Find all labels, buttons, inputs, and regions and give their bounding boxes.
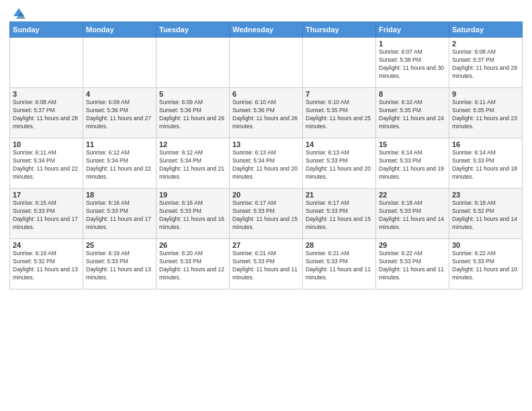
- calendar-cell: 8Sunrise: 6:10 AM Sunset: 5:35 PM Daylig…: [376, 88, 449, 138]
- day-info: Sunrise: 6:09 AM Sunset: 5:36 PM Dayligh…: [159, 99, 226, 131]
- weekday-header-wednesday: Wednesday: [230, 22, 303, 38]
- day-number: 23: [452, 191, 519, 199]
- day-info: Sunrise: 6:11 AM Sunset: 5:34 PM Dayligh…: [13, 149, 80, 181]
- calendar-cell: 3Sunrise: 6:08 AM Sunset: 5:37 PM Daylig…: [10, 88, 83, 138]
- calendar-cell: 23Sunrise: 6:18 AM Sunset: 5:32 PM Dayli…: [449, 189, 523, 239]
- day-number: 1: [379, 40, 446, 48]
- day-info: Sunrise: 6:08 AM Sunset: 5:37 PM Dayligh…: [452, 48, 519, 81]
- calendar-cell: 5Sunrise: 6:09 AM Sunset: 5:36 PM Daylig…: [157, 88, 230, 138]
- day-number: 4: [86, 90, 153, 98]
- calendar-cell: 1Sunrise: 6:07 AM Sunset: 5:38 PM Daylig…: [376, 38, 449, 88]
- weekday-header-row: SundayMondayTuesdayWednesdayThursdayFrid…: [10, 22, 523, 38]
- calendar-cell: 26Sunrise: 6:20 AM Sunset: 5:33 PM Dayli…: [157, 239, 230, 289]
- day-info: Sunrise: 6:14 AM Sunset: 5:33 PM Dayligh…: [452, 149, 519, 181]
- week-row-4: 17Sunrise: 6:15 AM Sunset: 5:33 PM Dayli…: [10, 189, 523, 239]
- header: [9, 7, 523, 17]
- calendar-cell: 14Sunrise: 6:13 AM Sunset: 5:33 PM Dayli…: [303, 138, 376, 189]
- day-info: Sunrise: 6:21 AM Sunset: 5:33 PM Dayligh…: [306, 250, 373, 282]
- day-info: Sunrise: 6:20 AM Sunset: 5:33 PM Dayligh…: [159, 250, 226, 282]
- day-number: 27: [232, 241, 300, 249]
- day-number: 13: [232, 140, 300, 148]
- day-info: Sunrise: 6:17 AM Sunset: 5:33 PM Dayligh…: [306, 199, 373, 232]
- day-info: Sunrise: 6:14 AM Sunset: 5:33 PM Dayligh…: [379, 149, 446, 181]
- day-info: Sunrise: 6:19 AM Sunset: 5:32 PM Dayligh…: [13, 250, 80, 282]
- day-info: Sunrise: 6:16 AM Sunset: 5:33 PM Dayligh…: [159, 199, 226, 232]
- calendar-cell: 12Sunrise: 6:12 AM Sunset: 5:34 PM Dayli…: [157, 138, 230, 189]
- day-info: Sunrise: 6:09 AM Sunset: 5:36 PM Dayligh…: [86, 99, 153, 131]
- day-number: 18: [86, 191, 153, 199]
- logo: [9, 7, 27, 20]
- calendar-cell: 20Sunrise: 6:17 AM Sunset: 5:33 PM Dayli…: [230, 189, 303, 239]
- day-number: 28: [306, 241, 373, 249]
- week-row-1: 1Sunrise: 6:07 AM Sunset: 5:38 PM Daylig…: [10, 38, 523, 88]
- weekday-header-monday: Monday: [83, 22, 157, 38]
- calendar-cell: 28Sunrise: 6:21 AM Sunset: 5:33 PM Dayli…: [303, 239, 376, 289]
- calendar-cell: [230, 38, 303, 88]
- day-info: Sunrise: 6:15 AM Sunset: 5:33 PM Dayligh…: [13, 199, 80, 232]
- calendar-cell: 6Sunrise: 6:10 AM Sunset: 5:36 PM Daylig…: [230, 88, 303, 138]
- calendar-cell: 21Sunrise: 6:17 AM Sunset: 5:33 PM Dayli…: [303, 189, 376, 239]
- day-number: 10: [13, 140, 80, 148]
- calendar-cell: 16Sunrise: 6:14 AM Sunset: 5:33 PM Dayli…: [449, 138, 523, 189]
- day-number: 25: [86, 241, 153, 249]
- calendar-table: SundayMondayTuesdayWednesdayThursdayFrid…: [9, 21, 523, 289]
- calendar-cell: 24Sunrise: 6:19 AM Sunset: 5:32 PM Dayli…: [10, 239, 83, 289]
- day-number: 20: [232, 191, 300, 199]
- day-info: Sunrise: 6:16 AM Sunset: 5:33 PM Dayligh…: [86, 199, 153, 232]
- calendar-cell: 30Sunrise: 6:22 AM Sunset: 5:33 PM Dayli…: [449, 239, 523, 289]
- day-number: 15: [379, 140, 446, 148]
- calendar-cell: 29Sunrise: 6:22 AM Sunset: 5:33 PM Dayli…: [376, 239, 449, 289]
- calendar-cell: [157, 38, 230, 88]
- week-row-3: 10Sunrise: 6:11 AM Sunset: 5:34 PM Dayli…: [10, 138, 523, 189]
- day-info: Sunrise: 6:18 AM Sunset: 5:32 PM Dayligh…: [452, 199, 519, 232]
- day-number: 21: [306, 191, 373, 199]
- day-info: Sunrise: 6:08 AM Sunset: 5:37 PM Dayligh…: [13, 99, 80, 131]
- calendar-cell: [303, 38, 376, 88]
- calendar-cell: 11Sunrise: 6:12 AM Sunset: 5:34 PM Dayli…: [83, 138, 157, 189]
- day-number: 24: [13, 241, 80, 249]
- day-number: 6: [232, 90, 300, 98]
- weekday-header-thursday: Thursday: [303, 22, 376, 38]
- logo-area: [9, 7, 27, 17]
- day-number: 11: [86, 140, 153, 148]
- calendar-cell: 2Sunrise: 6:08 AM Sunset: 5:37 PM Daylig…: [449, 38, 523, 88]
- calendar-cell: 17Sunrise: 6:15 AM Sunset: 5:33 PM Dayli…: [10, 189, 83, 239]
- day-number: 8: [379, 90, 446, 98]
- day-info: Sunrise: 6:13 AM Sunset: 5:34 PM Dayligh…: [232, 149, 300, 181]
- day-info: Sunrise: 6:11 AM Sunset: 5:35 PM Dayligh…: [452, 99, 519, 131]
- calendar-cell: [83, 38, 157, 88]
- day-number: 7: [306, 90, 373, 98]
- day-info: Sunrise: 6:21 AM Sunset: 5:33 PM Dayligh…: [232, 250, 300, 282]
- day-info: Sunrise: 6:12 AM Sunset: 5:34 PM Dayligh…: [159, 149, 226, 181]
- calendar-cell: 9Sunrise: 6:11 AM Sunset: 5:35 PM Daylig…: [449, 88, 523, 138]
- calendar-cell: 18Sunrise: 6:16 AM Sunset: 5:33 PM Dayli…: [83, 189, 157, 239]
- day-number: 19: [159, 191, 226, 199]
- day-number: 29: [379, 241, 446, 249]
- day-number: 26: [159, 241, 226, 249]
- calendar-cell: 10Sunrise: 6:11 AM Sunset: 5:34 PM Dayli…: [10, 138, 83, 189]
- calendar-cell: 27Sunrise: 6:21 AM Sunset: 5:33 PM Dayli…: [230, 239, 303, 289]
- day-info: Sunrise: 6:18 AM Sunset: 5:33 PM Dayligh…: [379, 199, 446, 232]
- day-number: 2: [452, 40, 519, 48]
- day-number: 9: [452, 90, 519, 98]
- day-info: Sunrise: 6:22 AM Sunset: 5:33 PM Dayligh…: [379, 250, 446, 282]
- day-info: Sunrise: 6:19 AM Sunset: 5:33 PM Dayligh…: [86, 250, 153, 282]
- week-row-5: 24Sunrise: 6:19 AM Sunset: 5:32 PM Dayli…: [10, 239, 523, 289]
- day-number: 16: [452, 140, 519, 148]
- page: SundayMondayTuesdayWednesdayThursdayFrid…: [0, 0, 532, 411]
- day-number: 5: [159, 90, 226, 98]
- weekday-header-friday: Friday: [376, 22, 449, 38]
- day-info: Sunrise: 6:10 AM Sunset: 5:35 PM Dayligh…: [379, 99, 446, 131]
- calendar-cell: 15Sunrise: 6:14 AM Sunset: 5:33 PM Dayli…: [376, 138, 449, 189]
- calendar-cell: 7Sunrise: 6:10 AM Sunset: 5:35 PM Daylig…: [303, 88, 376, 138]
- day-number: 12: [159, 140, 226, 148]
- day-number: 14: [306, 140, 373, 148]
- calendar-cell: 25Sunrise: 6:19 AM Sunset: 5:33 PM Dayli…: [83, 239, 157, 289]
- calendar-cell: 4Sunrise: 6:09 AM Sunset: 5:36 PM Daylig…: [83, 88, 157, 138]
- day-info: Sunrise: 6:13 AM Sunset: 5:33 PM Dayligh…: [306, 149, 373, 181]
- day-info: Sunrise: 6:12 AM Sunset: 5:34 PM Dayligh…: [86, 149, 153, 181]
- day-info: Sunrise: 6:10 AM Sunset: 5:36 PM Dayligh…: [232, 99, 300, 131]
- calendar-cell: 13Sunrise: 6:13 AM Sunset: 5:34 PM Dayli…: [230, 138, 303, 189]
- day-number: 3: [13, 90, 80, 98]
- calendar-cell: 22Sunrise: 6:18 AM Sunset: 5:33 PM Dayli…: [376, 189, 449, 239]
